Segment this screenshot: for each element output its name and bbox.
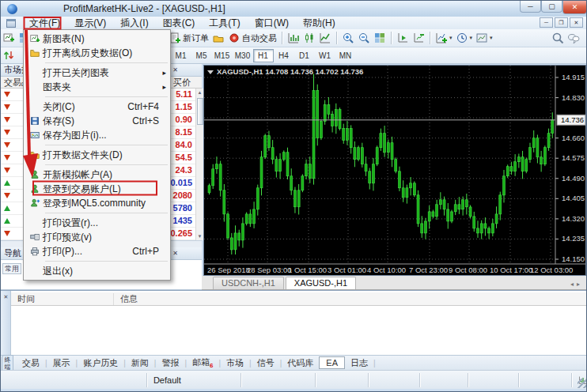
timeframe-button-d1[interactable]: D1: [294, 49, 315, 62]
terminal-tab-5[interactable]: 警报: [156, 356, 184, 370]
close-button[interactable]: ✕: [562, 1, 587, 14]
menubar-item-6[interactable]: 窗口(W): [248, 16, 296, 31]
market-watch-scrollbar[interactable]: ▲ ▼: [195, 89, 203, 240]
price-down-icon: [4, 142, 10, 148]
price-up-icon: [4, 205, 10, 211]
navigator-close-icon[interactable]: ✕: [171, 249, 180, 258]
menubar-item-3[interactable]: 插入(I): [113, 16, 155, 31]
terminal-tab-7[interactable]: 市场: [221, 356, 249, 370]
resize-grip[interactable]: [578, 379, 587, 388]
submenu-arrow-icon: ▸: [162, 69, 166, 77]
bar-chart-button[interactable]: [286, 31, 301, 46]
file-menu-item[interactable]: 登录到交易账户(L): [24, 182, 170, 196]
terminal-tab-6[interactable]: 邮箱6: [187, 356, 218, 370]
menubar-item-1[interactable]: 文件(F): [22, 16, 67, 31]
file-menu-item[interactable]: 保存(S)Ctrl+S: [24, 114, 170, 128]
terminal-tab-1[interactable]: 交易: [17, 356, 45, 370]
scroll-up-icon[interactable]: ▲: [196, 89, 203, 96]
chart-window-icon[interactable]: [6, 19, 16, 28]
terminal-tab-8[interactable]: 信号: [252, 356, 280, 370]
svg-text:7 Oct 23:00: 7 Oct 23:00: [409, 266, 448, 274]
tile-windows-button[interactable]: [372, 31, 388, 46]
file-menu-item[interactable]: 打印预览(v): [24, 230, 170, 244]
terminal-tab-4[interactable]: 新闻: [126, 356, 154, 370]
terminal-tab-9[interactable]: 代码库: [282, 356, 319, 370]
new-order-button[interactable]: 新订单: [167, 31, 210, 46]
timeframe-button-w1[interactable]: W1: [315, 49, 335, 62]
terminal-tab-3[interactable]: 账户历史: [78, 356, 123, 370]
scroll-down-icon[interactable]: ▼: [196, 232, 203, 240]
tester-button[interactable]: [395, 31, 411, 46]
child-close-button[interactable]: ✕: [570, 17, 583, 28]
dropdown-caret-icon: ▾: [449, 35, 453, 41]
menu-item-label: 保存为图片(i)...: [43, 129, 170, 142]
svg-text:14.660: 14.660: [562, 134, 585, 142]
navigator-tab-common[interactable]: 常用: [2, 263, 21, 274]
search-button-icon: [551, 32, 564, 44]
market-watch-close-icon[interactable]: ✕: [171, 66, 180, 74]
timeframe-button-h1[interactable]: H1: [253, 49, 274, 62]
terminal-tab-2[interactable]: 展示: [47, 356, 76, 370]
bar-chart-button-icon: [287, 32, 300, 44]
price-up-icon: [4, 218, 10, 224]
file-menu-item[interactable]: 打开离线历史数据(O): [24, 46, 170, 60]
file-menu-item[interactable]: 关闭(C)Ctrl+F4: [24, 100, 170, 114]
scroll-thumb[interactable]: [197, 98, 203, 125]
maximize-button[interactable]: ▢: [541, 1, 562, 13]
terminal-tab-10[interactable]: EA: [319, 356, 345, 369]
chart-tab-usdcnhh1[interactable]: USDCNH-,H1: [213, 277, 284, 289]
bid-column-header[interactable]: 买价: [173, 77, 202, 89]
tab-scroll-arrows-icon[interactable]: ◂▸: [570, 281, 583, 288]
candle-chart-button[interactable]: [301, 31, 317, 46]
file-menu-item[interactable]: 打印设置(r)...: [24, 216, 170, 230]
menubar-item-4[interactable]: 图表(C): [156, 16, 203, 31]
timeframe-button-mn[interactable]: MN: [335, 49, 356, 62]
file-menu-item[interactable]: 打印(P)...Ctrl+P: [24, 244, 170, 258]
file-menu-item[interactable]: 打开数据文件夹(D): [24, 148, 170, 162]
timeframe-button-m1[interactable]: M1: [171, 49, 191, 62]
history-center-button[interactable]: [210, 31, 226, 46]
file-menu-item[interactable]: 保存为图片(i)...: [24, 128, 170, 142]
new-chart-button[interactable]: [1, 31, 17, 46]
search-button[interactable]: [550, 31, 566, 46]
indicators-button[interactable]: ▾: [434, 31, 454, 46]
crosshair-tools-button[interactable]: [1, 48, 17, 63]
file-menu-item[interactable]: 新图表(N): [24, 32, 170, 46]
minimize-button[interactable]: ─: [520, 1, 541, 13]
file-menu-popup: 新图表(N)打开离线历史数据(O)打开已关闭图表▸图表夹▸关闭(C)Ctrl+F…: [23, 29, 171, 281]
time-column-header[interactable]: 时间: [11, 293, 114, 305]
zoom-in-button[interactable]: [340, 31, 356, 46]
bid-price: 84.0: [176, 140, 192, 149]
title-bar: ProfitMarketHK-Live2 - [XAGUSD-,H1]: [1, 1, 586, 17]
file-menu-item[interactable]: 打开已关闭图表▸: [24, 66, 170, 80]
periods-button[interactable]: ▾: [454, 31, 475, 46]
file-menu-item[interactable]: 登录到MQL5.community: [24, 196, 170, 210]
message-column-header[interactable]: 信息: [114, 293, 138, 305]
line-chart-button[interactable]: [317, 31, 333, 46]
timeframe-button-h4[interactable]: H4: [274, 49, 294, 62]
file-menu-item[interactable]: 图表夹▸: [24, 80, 170, 94]
zoom-out-button[interactable]: [356, 31, 372, 46]
file-menu-item[interactable]: 退出(x): [24, 264, 170, 278]
menu-item-label: 打印设置(r)...: [43, 217, 170, 230]
autotrading-button[interactable]: 自动交易: [226, 31, 278, 46]
terminal-close-icon[interactable]: ✕: [2, 293, 9, 300]
child-minimize-button[interactable]: ─: [540, 17, 553, 28]
templates-button[interactable]: ▾: [474, 31, 494, 46]
timeframe-button-m30[interactable]: M30: [233, 49, 253, 62]
menubar-item-5[interactable]: 工具(T): [202, 16, 247, 31]
chart-tab-xagusdh1[interactable]: XAGUSD-,H1: [286, 277, 356, 289]
file-menu-item[interactable]: 开新模拟帐户(A): [24, 168, 170, 182]
depth-button[interactable]: [411, 31, 426, 46]
price-chart[interactable]: 14.91514.83014.66014.57514.49014.40514.3…: [203, 65, 586, 276]
terminal-vertical-tab[interactable]: 终端: [2, 355, 13, 371]
timeframe-button-m15[interactable]: M15: [212, 49, 233, 62]
menubar-item-7[interactable]: 帮助(H): [296, 16, 343, 31]
terminal-tab-11[interactable]: 日志: [345, 356, 373, 370]
menu-item-label: 登录到MQL5.community: [43, 197, 170, 210]
timeframe-button-m5[interactable]: M5: [191, 49, 212, 62]
menubar-item-2[interactable]: 显示(V): [67, 16, 113, 31]
child-restore-button[interactable]: ❐: [555, 17, 568, 28]
status-profile-cell[interactable]: Default: [147, 373, 241, 387]
chat-button[interactable]: [566, 31, 581, 46]
